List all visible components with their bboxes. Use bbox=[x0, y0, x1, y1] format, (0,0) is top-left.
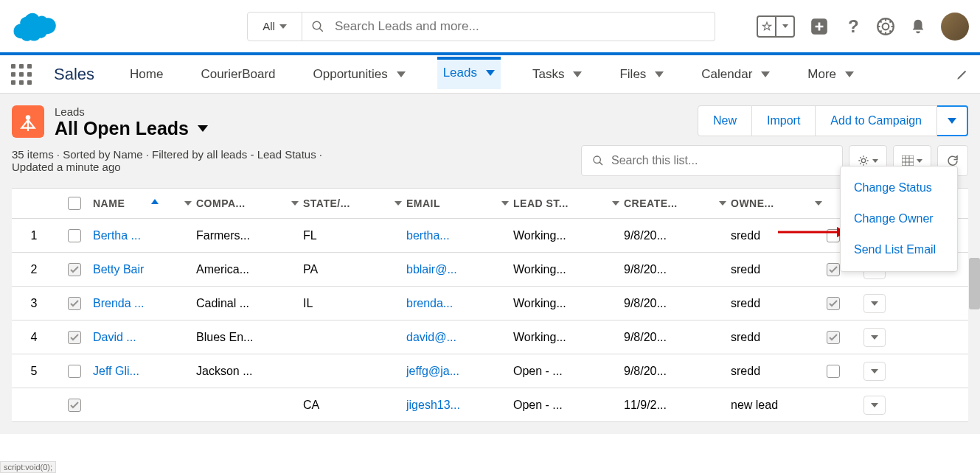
cell-created: 9/8/20... bbox=[624, 365, 731, 378]
cell-status: Working... bbox=[513, 331, 624, 344]
lead-name-link[interactable]: Bertha ... bbox=[93, 229, 141, 242]
cell-owner: sredd bbox=[731, 263, 827, 276]
chevron-down-icon bbox=[397, 71, 406, 77]
lead-email-link[interactable]: david@... bbox=[406, 331, 456, 344]
row-checkbox[interactable] bbox=[68, 331, 81, 344]
chevron-down-icon bbox=[782, 24, 788, 28]
add-button[interactable] bbox=[810, 17, 829, 36]
row-number: 1 bbox=[12, 229, 56, 242]
row-actions-menu[interactable] bbox=[863, 396, 886, 415]
nav-tab-courierboard[interactable]: CourierBoard bbox=[195, 58, 281, 91]
help-button[interactable]: ? bbox=[844, 18, 861, 35]
setup-button[interactable] bbox=[876, 17, 895, 36]
row-checkbox[interactable] bbox=[68, 229, 81, 242]
row-action-checkbox[interactable] bbox=[827, 365, 840, 378]
list-view-selector[interactable]: All Open Leads bbox=[55, 118, 208, 139]
more-actions-dropdown[interactable] bbox=[937, 105, 968, 136]
row-checkbox[interactable] bbox=[68, 365, 81, 378]
search-icon bbox=[592, 155, 604, 167]
meta-row: 35 items · Sorted by Name · Filtered by … bbox=[12, 145, 968, 176]
lead-name-link[interactable]: Jeff Gli... bbox=[93, 365, 139, 378]
bell-icon bbox=[910, 18, 926, 35]
header-actions: ? bbox=[757, 13, 969, 41]
select-all-checkbox[interactable] bbox=[68, 197, 81, 210]
vertical-scrollbar[interactable] bbox=[969, 258, 980, 309]
row-action-checkbox[interactable] bbox=[827, 297, 840, 310]
row-number: 3 bbox=[12, 297, 56, 310]
view-name-text: All Open Leads bbox=[55, 118, 189, 139]
lead-name-link[interactable]: Betty Bair bbox=[93, 263, 144, 276]
row-checkbox[interactable] bbox=[68, 297, 81, 310]
column-created[interactable]: CREATE... bbox=[624, 197, 731, 209]
table-row: 3Brenda ...Cadinal ...ILbrenda...Working… bbox=[12, 287, 968, 320]
list-search[interactable] bbox=[581, 145, 843, 176]
nav-tab-leads[interactable]: Leads bbox=[437, 57, 501, 89]
svg-line-1 bbox=[319, 28, 323, 32]
lead-email-link[interactable]: bertha... bbox=[406, 229, 450, 242]
add-to-campaign-button[interactable]: Add to Campaign bbox=[816, 105, 937, 136]
search-filter-dropdown[interactable]: All bbox=[247, 12, 302, 41]
cell-status: Working... bbox=[513, 297, 624, 310]
cell-company: America... bbox=[196, 263, 303, 276]
nav-tab-label: Tasks bbox=[532, 67, 564, 82]
cell-state: CA bbox=[303, 399, 406, 412]
column-name[interactable]: NAME bbox=[93, 197, 196, 209]
chevron-down-icon bbox=[486, 70, 495, 76]
chevron-down-icon bbox=[612, 201, 619, 206]
column-email[interactable]: EMAIL bbox=[406, 197, 513, 209]
annotation-arrow bbox=[774, 221, 848, 243]
column-company[interactable]: COMPA... bbox=[196, 197, 303, 209]
nav-tab-home[interactable]: Home bbox=[124, 58, 169, 91]
svg-point-9 bbox=[861, 158, 865, 162]
table-row: 4David ...Blues En...david@...Working...… bbox=[12, 320, 968, 354]
app-launcher[interactable] bbox=[11, 64, 32, 85]
column-state[interactable]: STATE/... bbox=[303, 197, 406, 209]
row-checkbox[interactable] bbox=[68, 399, 81, 412]
lead-name-link[interactable]: Brenda ... bbox=[93, 297, 144, 310]
lead-email-link[interactable]: brenda... bbox=[406, 297, 453, 310]
lead-email-link[interactable]: jigesh13... bbox=[406, 399, 460, 412]
cell-state: PA bbox=[303, 263, 406, 276]
lead-email-link[interactable]: jeffg@ja... bbox=[406, 365, 459, 378]
lead-email-link[interactable]: bblair@... bbox=[406, 263, 457, 276]
column-lead-status[interactable]: LEAD ST... bbox=[513, 197, 624, 209]
nav-tab-files[interactable]: Files bbox=[614, 58, 670, 91]
notifications-button[interactable] bbox=[910, 18, 926, 35]
user-avatar[interactable] bbox=[941, 13, 969, 41]
cell-status: Working... bbox=[513, 263, 624, 276]
global-search[interactable] bbox=[302, 12, 715, 41]
list-search-input[interactable] bbox=[611, 154, 832, 167]
global-search-input[interactable] bbox=[335, 19, 706, 34]
menu-change-owner[interactable]: Change Owner bbox=[841, 203, 957, 234]
row-actions-menu[interactable] bbox=[863, 328, 886, 347]
cell-owner: sredd bbox=[731, 331, 827, 344]
column-owner[interactable]: OWNE... bbox=[731, 197, 827, 209]
row-actions-menu[interactable] bbox=[863, 294, 886, 313]
nav-tab-more[interactable]: More bbox=[802, 58, 860, 91]
cell-created: 9/8/20... bbox=[624, 331, 731, 344]
new-button[interactable]: New bbox=[698, 105, 752, 136]
table-icon bbox=[902, 155, 914, 166]
row-action-checkbox[interactable] bbox=[827, 331, 840, 344]
favorites-button[interactable] bbox=[757, 15, 795, 38]
import-button[interactable]: Import bbox=[752, 105, 816, 136]
chevron-down-icon bbox=[573, 71, 582, 77]
row-checkbox[interactable] bbox=[68, 263, 81, 276]
svg-point-7 bbox=[594, 156, 600, 163]
edit-nav-button[interactable] bbox=[956, 68, 969, 81]
salesforce-logo[interactable] bbox=[11, 10, 59, 43]
svg-line-8 bbox=[600, 162, 602, 165]
row-action-checkbox[interactable] bbox=[827, 263, 840, 276]
row-actions-menu[interactable] bbox=[863, 362, 886, 381]
actions-dropdown-menu: Change Status Change Owner Send List Ema… bbox=[840, 166, 958, 272]
nav-tab-opportunities[interactable]: Opportunities bbox=[307, 58, 411, 91]
nav-tab-tasks[interactable]: Tasks bbox=[527, 58, 588, 91]
svg-point-5 bbox=[883, 23, 889, 29]
menu-send-list-email[interactable]: Send List Email bbox=[841, 234, 957, 265]
chevron-down-icon bbox=[872, 159, 878, 163]
nav-tab-calendar[interactable]: Calendar bbox=[695, 58, 776, 91]
row-number: 4 bbox=[12, 331, 56, 344]
svg-point-0 bbox=[313, 21, 321, 29]
menu-change-status[interactable]: Change Status bbox=[841, 172, 957, 203]
lead-name-link[interactable]: David ... bbox=[93, 331, 136, 344]
